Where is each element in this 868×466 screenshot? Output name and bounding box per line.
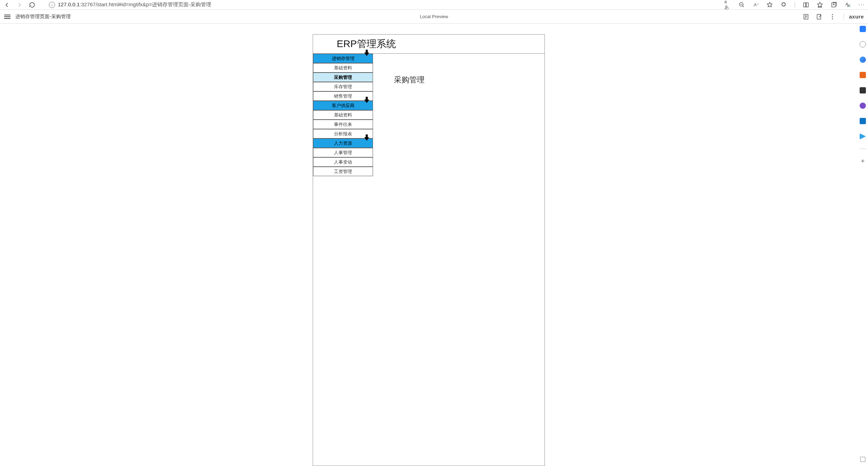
menu-item[interactable]: 基础资料 (313, 110, 373, 120)
url-host: 127.0.0.1 (58, 1, 80, 7)
sidebar-app-1-icon[interactable] (860, 26, 866, 32)
svg-rect-2 (806, 3, 808, 7)
split-screen-icon[interactable] (802, 1, 809, 8)
sidebar-add-icon[interactable]: + (861, 158, 865, 164)
svg-rect-1 (804, 3, 806, 7)
svg-point-9 (832, 18, 833, 19)
svg-point-7 (832, 14, 833, 15)
url-path: :32767/start.html#id=mgtifx&p=进销存管理页面-采购… (80, 1, 212, 7)
sidebar-separator (859, 149, 866, 149)
share-icon[interactable] (816, 13, 823, 20)
extensions-icon[interactable] (780, 1, 787, 8)
menu-item[interactable]: 人事变动 (313, 157, 373, 167)
axure-logo[interactable]: axure (844, 14, 864, 20)
hamburger-icon[interactable] (4, 15, 10, 19)
svg-point-4 (850, 6, 851, 7)
menu-group-label: 进销存管理 (332, 55, 355, 62)
app-title: ERP管理系统 (313, 35, 545, 54)
sidebar-search-icon[interactable] (860, 41, 866, 47)
browser-toolbar: i 127.0.0.1:32767/start.html#id=mgtifx&p… (0, 0, 868, 10)
back-button[interactable] (3, 1, 11, 9)
preview-mode-label: Local Preview (420, 14, 448, 19)
menu-group-header[interactable]: 客户供应商 (313, 101, 373, 110)
favorites-bar-icon[interactable] (816, 1, 823, 8)
axure-toolbar: 进销存管理页面-采购管理 Local Preview axure (0, 10, 868, 24)
svg-rect-10 (860, 457, 865, 462)
viewport: ERP管理系统 进销存管理基础资料采购管理库存管理销售管理客户供应商基础资料事件… (0, 24, 858, 466)
sidebar: 进销存管理基础资料采购管理库存管理销售管理客户供应商基础资料事件往来分析报表人力… (313, 54, 373, 235)
arrow-down-icon (364, 141, 369, 146)
more-icon[interactable]: ··· (858, 1, 865, 8)
menu-group-header[interactable]: 人力资源 (313, 138, 373, 148)
app-body: 进销存管理基础资料采购管理库存管理销售管理客户供应商基础资料事件往来分析报表人力… (313, 54, 545, 235)
favorite-icon[interactable] (766, 1, 773, 8)
sidebar-app-7-icon[interactable] (860, 133, 866, 140)
read-aloud-icon[interactable]: A⁾ (752, 1, 759, 8)
menu-item[interactable]: 基础资料 (313, 63, 373, 73)
translate-icon[interactable]: aあ (724, 1, 731, 8)
app-frame: ERP管理系统 进销存管理基础资料采购管理库存管理销售管理客户供应商基础资料事件… (313, 34, 545, 466)
zoom-out-icon[interactable] (738, 1, 745, 8)
menu-group-label: 客户供应商 (332, 103, 355, 109)
menu-item[interactable]: 库存管理 (313, 82, 373, 91)
url-text: 127.0.0.1:32767/start.html#id=mgtifx&p=进… (58, 1, 211, 8)
menu-item[interactable]: 事件往来 (313, 120, 373, 129)
sidebar-app-5-icon[interactable] (860, 103, 866, 109)
performance-icon[interactable] (844, 1, 851, 8)
refresh-button[interactable] (28, 1, 36, 9)
menu-item[interactable]: 工资管理 (313, 167, 373, 176)
screenshot-icon[interactable] (860, 456, 866, 463)
browser-right-icons: aあ A⁾ | ··· (724, 1, 865, 8)
menu-group-label: 人力资源 (334, 140, 352, 146)
page-label: 进销存管理页面-采购管理 (15, 14, 71, 20)
forward-button[interactable] (15, 1, 24, 9)
menu-item[interactable]: 采购管理 (313, 73, 373, 82)
address-bar[interactable]: i 127.0.0.1:32767/start.html#id=mgtifx&p… (49, 1, 211, 8)
arrow-down-icon (364, 56, 369, 61)
menu-item[interactable]: 人事管理 (313, 148, 373, 157)
collections-icon[interactable] (830, 1, 837, 8)
sidebar-app-4-icon[interactable] (860, 87, 866, 93)
sidebar-app-6-icon[interactable] (860, 118, 866, 124)
menu-group-header[interactable]: 进销存管理 (313, 54, 373, 63)
content-title: 采购管理 (373, 54, 545, 235)
sidebar-app-2-icon[interactable] (860, 57, 866, 63)
svg-point-8 (832, 16, 833, 17)
edge-sidebar: + (858, 24, 868, 164)
site-info-icon[interactable]: i (49, 2, 55, 8)
sidebar-app-3-icon[interactable] (860, 72, 866, 78)
kebab-menu-icon[interactable] (829, 13, 836, 20)
arrow-down-icon (364, 103, 369, 108)
notes-icon[interactable] (802, 13, 809, 20)
